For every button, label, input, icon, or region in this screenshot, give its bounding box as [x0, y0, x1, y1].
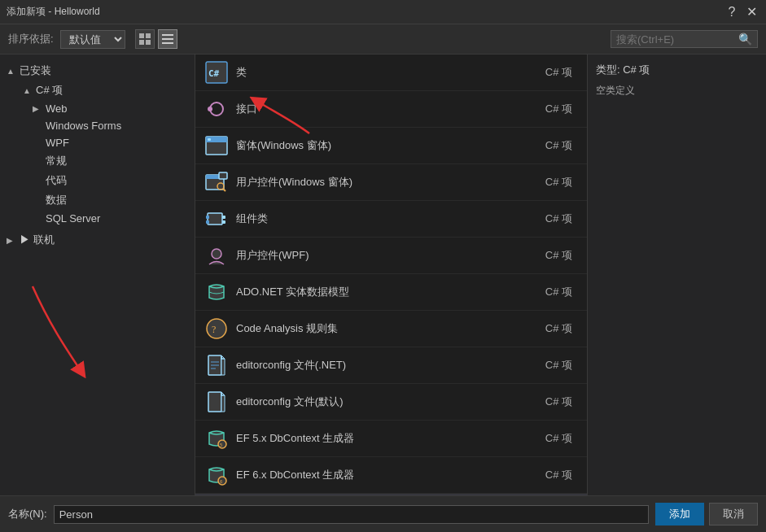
spacer-data	[33, 196, 42, 205]
svg-rect-25	[222, 216, 225, 219]
svg-rect-34	[208, 392, 221, 412]
icon-editorconfig-net	[204, 352, 230, 378]
list-item-codeanalysis[interactable]: ? Code Analysis 规则集 C# 项	[195, 311, 587, 347]
sidebar-item-csharp-label: C# 项	[36, 83, 63, 98]
item-name-editorconfig-net: editorconfig 文件(.NET)	[236, 358, 539, 373]
main-list[interactable]: C# 类 C# 项 接口 C# 项	[195, 55, 587, 495]
list-item-adonet[interactable]: ADO.NET 实体数据模型 C# 项	[195, 274, 587, 311]
view-icons	[135, 29, 177, 49]
bottom-buttons: 添加 取消	[655, 503, 758, 525]
svg-rect-23	[206, 216, 209, 219]
icon-editorconfig-default	[204, 389, 230, 415]
right-panel-meta: 空类定义	[596, 82, 758, 100]
name-input[interactable]	[54, 505, 649, 524]
svg-rect-2	[139, 40, 144, 45]
annotation-arrow-bottom	[16, 282, 98, 380]
sidebar-item-online-label: ▶ 联机	[20, 233, 55, 247]
sidebar-item-installed[interactable]: ▲ 已安装	[0, 61, 195, 81]
sidebar-item-wpf[interactable]: WPF	[0, 134, 195, 151]
title-bar-controls: ? ✕	[724, 6, 759, 19]
close-button[interactable]: ✕	[743, 6, 759, 19]
dialog: 排序依据: 默认值	[0, 24, 766, 532]
svg-rect-6	[162, 42, 173, 44]
expand-arrow-csharp: ▲	[23, 86, 33, 95]
search-box: 🔍	[611, 30, 758, 48]
right-panel: 类型: C# 项 空类定义	[587, 55, 766, 495]
item-type-form: C# 项	[545, 138, 579, 153]
icon-component	[204, 206, 230, 232]
svg-rect-3	[146, 40, 151, 45]
expand-arrow-web: ▶	[33, 104, 42, 113]
sidebar-item-online[interactable]: ▶ ▶ 联机	[0, 230, 195, 250]
list-view-button[interactable]	[158, 29, 177, 49]
list-item-editorconfig-default[interactable]: editorconfig 文件(默认) C# 项	[195, 384, 587, 421]
sidebar-item-general[interactable]: 常规	[0, 151, 195, 171]
item-name-usercontrol-win: 用户控件(Windows 窗体)	[236, 175, 539, 190]
item-name-ef5: EF 5.x DbContext 生成器	[236, 431, 539, 446]
item-type-usercontrol-wpf: C# 项	[545, 248, 579, 263]
list-item-usercontrol-win[interactable]: 用户控件(Windows 窗体) C# 项	[195, 164, 587, 201]
sidebar-item-data[interactable]: 数据	[0, 190, 195, 210]
add-button[interactable]: 添加	[655, 503, 704, 525]
sidebar-item-web-label: Web	[46, 102, 68, 115]
sidebar-item-winforms[interactable]: Windows Forms	[0, 117, 195, 134]
expand-arrow-installed: ▲	[7, 67, 16, 76]
spacer-general	[33, 157, 42, 166]
svg-point-27	[212, 249, 221, 259]
sidebar-item-csharp[interactable]: ▲ C# 项	[0, 81, 195, 100]
item-type-class: C# 项	[545, 65, 579, 80]
svg-rect-0	[139, 33, 144, 38]
list-item-interface[interactable]: 接口 C# 项	[195, 91, 587, 128]
svg-rect-22	[208, 213, 222, 225]
item-type-usercontrol-win: C# 项	[545, 175, 579, 190]
search-icon[interactable]: 🔍	[738, 33, 752, 46]
item-name-ef6: EF 6.x DbContext 生成器	[236, 468, 539, 482]
svg-rect-19	[219, 172, 227, 179]
spacer-wpf	[33, 138, 42, 147]
list-item-json[interactable]: JavaScript JSON 配置文件 C# 项	[195, 494, 587, 495]
name-label: 名称(N):	[8, 507, 47, 521]
item-type-editorconfig-net: C# 项	[545, 358, 579, 373]
sidebar-item-sql-label: SQL Server	[46, 212, 100, 225]
list-item-usercontrol-wpf[interactable]: 用户控件(WPF) C# 项	[195, 238, 587, 274]
item-name-editorconfig-default: editorconfig 文件(默认)	[236, 395, 539, 409]
list-item-editorconfig-net[interactable]: editorconfig 文件(.NET) C# 项	[195, 347, 587, 384]
item-type-ef6: C# 项	[545, 468, 579, 482]
list-item-ef5[interactable]: 5 EF 5.x DbContext 生成器 C# 项	[195, 421, 587, 457]
sidebar-item-web[interactable]: ▶ Web	[0, 100, 195, 117]
svg-point-28	[207, 319, 226, 338]
sidebar-installed-section: ▲ 已安装 ▲ C# 项 ▶ Web Windows Forms W	[0, 58, 195, 230]
grid-view-button[interactable]	[135, 29, 155, 49]
list-item-form[interactable]: 窗体(Windows 窗体) C# 项	[195, 128, 587, 164]
svg-line-21	[223, 189, 225, 191]
icon-form	[204, 133, 230, 159]
sidebar-item-code[interactable]: 代码	[0, 171, 195, 190]
svg-text:?: ?	[212, 324, 216, 335]
spacer-winforms	[33, 121, 42, 130]
svg-rect-1	[146, 33, 151, 38]
sidebar-item-sql[interactable]: SQL Server	[0, 210, 195, 227]
icon-usercontrol-win	[204, 169, 230, 195]
item-type-editorconfig-default: C# 项	[545, 395, 579, 409]
icon-codeanalysis: ?	[204, 316, 230, 342]
item-name-component: 组件类	[236, 211, 539, 226]
item-type-adonet: C# 项	[545, 285, 579, 299]
search-input[interactable]	[616, 33, 738, 46]
title-bar: 添加新项 - Helloworld ? ✕	[0, 0, 766, 24]
item-type-ef5: C# 项	[545, 431, 579, 446]
dialog-title: 添加新项 - Helloworld	[7, 5, 100, 19]
right-panel-type-title: 类型: C# 项	[596, 63, 758, 77]
svg-rect-24	[206, 220, 209, 224]
sort-select[interactable]: 默认值	[60, 30, 125, 49]
list-item-class[interactable]: C# 类 C# 项	[195, 55, 587, 91]
spacer-code	[33, 177, 42, 185]
expand-arrow-online: ▶	[7, 236, 16, 245]
cancel-button[interactable]: 取消	[709, 503, 758, 525]
item-name-usercontrol-wpf: 用户控件(WPF)	[236, 248, 539, 263]
toolbar-row: 排序依据: 默认值	[0, 24, 766, 55]
list-item-ef6[interactable]: 6 EF 6.x DbContext 生成器 C# 项	[195, 457, 587, 494]
item-type-component: C# 项	[545, 211, 579, 226]
list-item-component[interactable]: 组件类 C# 项	[195, 201, 587, 238]
help-button[interactable]: ?	[724, 6, 740, 19]
item-type-interface: C# 项	[545, 102, 579, 116]
